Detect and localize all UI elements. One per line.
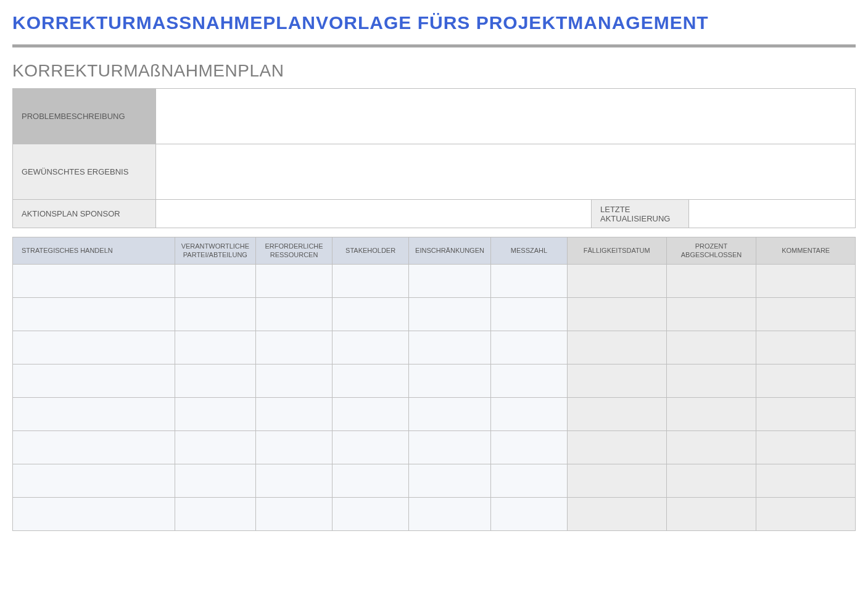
col-header-constraints: EINSCHRÄNKUNGEN <box>409 237 491 265</box>
table-cell[interactable] <box>175 265 255 298</box>
table-cell[interactable] <box>13 464 175 498</box>
table-row <box>13 364 856 398</box>
table-cell[interactable] <box>175 498 255 531</box>
table-cell[interactable] <box>256 265 333 298</box>
table-cell[interactable] <box>490 364 567 398</box>
table-cell[interactable] <box>333 398 409 431</box>
col-header-comments: KOMMENTARE <box>756 237 856 265</box>
table-cell[interactable] <box>256 398 333 431</box>
section-title: KORREKTURMAßNAHMENPLAN <box>12 61 856 81</box>
table-row <box>13 298 856 331</box>
table-cell[interactable] <box>13 331 175 364</box>
table-cell[interactable] <box>756 298 856 331</box>
action-table-body <box>13 265 856 531</box>
col-header-responsible: VERANTWORTLICHE PARTEI/ABTEILUNG <box>175 237 255 265</box>
table-cell[interactable] <box>567 464 666 498</box>
table-cell[interactable] <box>756 265 856 298</box>
col-header-stakeholder: STAKEHOLDER <box>333 237 409 265</box>
table-row <box>13 398 856 431</box>
table-cell[interactable] <box>13 298 175 331</box>
problem-description-label: PROBLEMBESCHREIBUNG <box>13 89 156 144</box>
table-cell[interactable] <box>333 498 409 531</box>
col-header-metric: MESSZAHL <box>490 237 567 265</box>
table-cell[interactable] <box>490 298 567 331</box>
table-cell[interactable] <box>756 431 856 464</box>
problem-description-value[interactable] <box>156 89 856 144</box>
table-cell[interactable] <box>175 464 255 498</box>
table-cell[interactable] <box>409 398 491 431</box>
table-cell[interactable] <box>333 464 409 498</box>
table-row <box>13 331 856 364</box>
table-cell[interactable] <box>756 464 856 498</box>
table-cell[interactable] <box>409 364 491 398</box>
table-cell[interactable] <box>490 498 567 531</box>
table-cell[interactable] <box>333 431 409 464</box>
table-cell[interactable] <box>756 331 856 364</box>
table-cell[interactable] <box>567 298 666 331</box>
table-cell[interactable] <box>333 364 409 398</box>
table-cell[interactable] <box>490 398 567 431</box>
table-cell[interactable] <box>333 265 409 298</box>
table-cell[interactable] <box>256 431 333 464</box>
table-cell[interactable] <box>409 431 491 464</box>
table-cell[interactable] <box>409 331 491 364</box>
desired-result-value[interactable] <box>156 144 856 200</box>
table-cell[interactable] <box>756 498 856 531</box>
col-header-percent-complete: PROZENT ABGESCHLOSSEN <box>666 237 756 265</box>
table-cell[interactable] <box>490 464 567 498</box>
table-cell[interactable] <box>256 464 333 498</box>
table-cell[interactable] <box>409 298 491 331</box>
action-plan-sponsor-label: AKTIONSPLAN SPONSOR <box>13 200 156 228</box>
table-cell[interactable] <box>13 498 175 531</box>
table-cell[interactable] <box>13 398 175 431</box>
table-cell[interactable] <box>666 364 756 398</box>
table-cell[interactable] <box>175 298 255 331</box>
col-header-due-date: FÄLLIGKEITSDATUM <box>567 237 666 265</box>
table-cell[interactable] <box>333 331 409 364</box>
table-cell[interactable] <box>756 364 856 398</box>
table-cell[interactable] <box>567 498 666 531</box>
table-cell[interactable] <box>666 498 756 531</box>
table-cell[interactable] <box>175 398 255 431</box>
action-table-header-row: STRATEGISCHES HANDELN VERANTWORTLICHE PA… <box>13 237 856 265</box>
table-cell[interactable] <box>567 265 666 298</box>
table-cell[interactable] <box>666 398 756 431</box>
table-cell[interactable] <box>256 498 333 531</box>
table-cell[interactable] <box>13 265 175 298</box>
table-cell[interactable] <box>13 364 175 398</box>
table-cell[interactable] <box>490 431 567 464</box>
last-update-value[interactable] <box>689 200 856 228</box>
table-cell[interactable] <box>13 431 175 464</box>
table-cell[interactable] <box>409 498 491 531</box>
table-cell[interactable] <box>666 464 756 498</box>
table-cell[interactable] <box>256 331 333 364</box>
table-cell[interactable] <box>175 331 255 364</box>
table-row <box>13 265 856 298</box>
table-cell[interactable] <box>567 331 666 364</box>
table-cell[interactable] <box>666 265 756 298</box>
table-cell[interactable] <box>756 398 856 431</box>
table-row <box>13 464 856 498</box>
table-cell[interactable] <box>175 431 255 464</box>
table-cell[interactable] <box>666 331 756 364</box>
table-cell[interactable] <box>333 298 409 331</box>
table-row <box>13 431 856 464</box>
table-cell[interactable] <box>666 431 756 464</box>
table-cell[interactable] <box>567 431 666 464</box>
table-cell[interactable] <box>490 265 567 298</box>
table-cell[interactable] <box>666 298 756 331</box>
action-plan-sponsor-value[interactable] <box>156 200 592 228</box>
page-title: KORREKTURMASSNAHMEPLANVORLAGE FÜRS PROJE… <box>12 12 856 33</box>
col-header-strategic-action: STRATEGISCHES HANDELN <box>13 237 175 265</box>
table-cell[interactable] <box>409 464 491 498</box>
table-cell[interactable] <box>409 265 491 298</box>
last-update-label: LETZTE AKTUALISIERUNG <box>592 200 689 228</box>
table-cell[interactable] <box>567 364 666 398</box>
desired-result-label: GEWÜNSCHTES ERGEBNIS <box>13 144 156 200</box>
table-cell[interactable] <box>256 364 333 398</box>
table-cell[interactable] <box>256 298 333 331</box>
table-cell[interactable] <box>567 398 666 431</box>
table-cell[interactable] <box>175 364 255 398</box>
table-cell[interactable] <box>490 331 567 364</box>
title-divider <box>12 44 856 47</box>
